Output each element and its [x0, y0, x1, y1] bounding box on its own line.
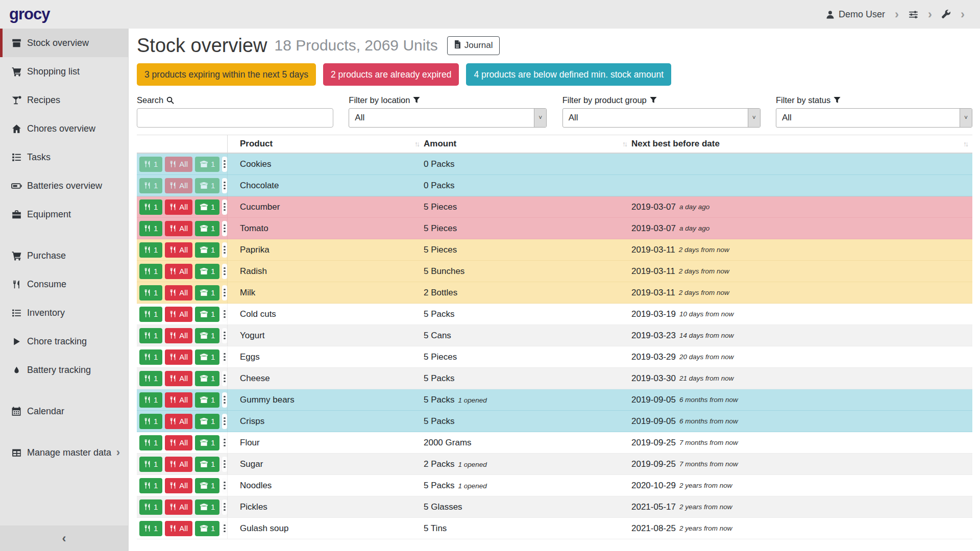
consume-one-button[interactable]: 1 — [139, 457, 162, 472]
open-one-button[interactable]: 1 — [195, 307, 219, 322]
row-menu-button[interactable] — [222, 371, 227, 386]
consume-all-button[interactable]: All — [165, 392, 192, 408]
sort-icon[interactable]: ↑↓ — [622, 140, 626, 148]
open-one-button[interactable]: 1 — [195, 499, 219, 515]
journal-button[interactable]: Journal — [447, 36, 500, 55]
open-one-button[interactable]: 1 — [195, 478, 219, 493]
sidebar-item-tasks[interactable]: Tasks — [0, 143, 128, 171]
consume-all-button[interactable]: All — [165, 221, 192, 236]
sidebar-item-equipment[interactable]: Equipment — [0, 200, 128, 229]
open-one-button[interactable]: 1 — [195, 328, 219, 343]
consume-one-button[interactable]: 1 — [139, 371, 162, 386]
row-menu-button[interactable] — [222, 264, 227, 279]
chevron-right-icon[interactable]: › — [895, 8, 899, 20]
row-menu-button[interactable] — [222, 392, 227, 408]
consume-one-button[interactable]: 1 — [139, 392, 162, 408]
chevron-right-icon[interactable]: › — [928, 8, 932, 20]
consume-all-button[interactable]: All — [165, 521, 192, 536]
row-menu-button[interactable] — [222, 242, 227, 258]
row-menu-button[interactable] — [222, 499, 227, 515]
row-menu-button[interactable] — [222, 178, 227, 193]
open-one-button[interactable]: 1 — [195, 264, 219, 279]
column-header-product[interactable]: Product — [240, 139, 273, 149]
open-one-button[interactable]: 1 — [195, 242, 219, 258]
sidebar-item-manage-master-data[interactable]: Manage master data› — [0, 438, 128, 467]
sidebar-item-inventory[interactable]: Inventory — [0, 298, 128, 327]
sidebar-collapse-button[interactable]: ‹ — [0, 525, 128, 551]
settings-menu[interactable] — [909, 10, 918, 19]
sidebar-item-recipes[interactable]: Recipes — [0, 86, 128, 114]
row-menu-button[interactable] — [222, 307, 227, 322]
open-one-button[interactable]: 1 — [195, 285, 219, 300]
sidebar-item-chore-tracking[interactable]: Chore tracking — [0, 327, 128, 356]
consume-all-button[interactable]: All — [165, 328, 192, 343]
consume-one-button[interactable]: 1 — [139, 264, 162, 279]
sidebar-item-stock-overview[interactable]: Stock overview — [0, 29, 128, 57]
sidebar-item-consume[interactable]: Consume — [0, 270, 128, 298]
open-one-button[interactable]: 1 — [195, 521, 219, 536]
open-one-button[interactable]: 1 — [195, 392, 219, 408]
status-badge[interactable]: 2 products are already expired — [323, 63, 459, 86]
sidebar-item-shopping-list[interactable]: Shopping list — [0, 57, 128, 86]
status-badge[interactable]: 4 products are below defined min. stock … — [466, 63, 671, 86]
open-one-button[interactable]: 1 — [195, 221, 219, 236]
consume-one-button[interactable]: 1 — [139, 285, 162, 300]
row-menu-button[interactable] — [222, 328, 227, 343]
consume-all-button[interactable]: All — [165, 285, 192, 300]
chevron-right-icon[interactable]: › — [961, 8, 965, 20]
open-one-button[interactable]: 1 — [195, 199, 219, 215]
status-badge[interactable]: 3 products expiring within the next 5 da… — [137, 63, 316, 86]
sort-icon[interactable]: ↑↓ — [414, 140, 419, 148]
consume-one-button[interactable]: 1 — [139, 307, 162, 322]
row-menu-button[interactable] — [222, 457, 227, 472]
row-menu-button[interactable] — [222, 414, 227, 429]
sidebar-item-calendar[interactable]: Calendar — [0, 397, 128, 425]
row-menu-button[interactable] — [222, 285, 227, 300]
consume-all-button[interactable]: All — [165, 264, 192, 279]
row-menu-button[interactable] — [222, 349, 227, 365]
sidebar-item-battery-tracking[interactable]: Battery tracking — [0, 356, 128, 384]
row-menu-button[interactable] — [222, 435, 227, 450]
consume-all-button[interactable]: All — [165, 435, 192, 450]
sort-icon[interactable]: ↑↓ — [963, 140, 967, 148]
consume-all-button[interactable]: All — [165, 371, 192, 386]
user-menu[interactable]: Demo User — [826, 9, 885, 20]
status-select[interactable]: All ˅ — [776, 108, 972, 128]
consume-all-button[interactable]: All — [165, 414, 192, 429]
search-input[interactable] — [137, 108, 333, 128]
sidebar-item-chores-overview[interactable]: Chores overview — [0, 114, 128, 143]
consume-one-button[interactable]: 1 — [139, 221, 162, 236]
open-one-button[interactable]: 1 — [195, 435, 219, 450]
consume-all-button[interactable]: All — [165, 457, 192, 472]
consume-all-button[interactable]: All — [165, 307, 192, 322]
open-one-button[interactable]: 1 — [195, 349, 219, 365]
row-menu-button[interactable] — [222, 521, 227, 536]
open-one-button[interactable]: 1 — [195, 371, 219, 386]
column-header-amount[interactable]: Amount — [424, 139, 456, 149]
sidebar-item-purchase[interactable]: Purchase — [0, 241, 128, 270]
consume-one-button[interactable]: 1 — [139, 499, 162, 515]
consume-one-button[interactable]: 1 — [139, 414, 162, 429]
row-menu-button[interactable] — [222, 221, 227, 236]
consume-one-button[interactable]: 1 — [139, 435, 162, 450]
product-group-select[interactable]: All ˅ — [562, 108, 761, 128]
consume-one-button[interactable]: 1 — [139, 521, 162, 536]
location-select[interactable]: All ˅ — [349, 108, 547, 128]
sidebar-item-batteries-overview[interactable]: Batteries overview — [0, 171, 128, 200]
consume-one-button[interactable]: 1 — [139, 349, 162, 365]
consume-all-button[interactable]: All — [165, 242, 192, 258]
consume-all-button[interactable]: All — [165, 499, 192, 515]
admin-menu[interactable] — [942, 10, 951, 19]
consume-all-button[interactable]: All — [165, 199, 192, 215]
row-menu-button[interactable] — [222, 157, 227, 172]
consume-one-button[interactable]: 1 — [139, 199, 162, 215]
row-menu-button[interactable] — [222, 478, 227, 493]
open-one-button[interactable]: 1 — [195, 414, 219, 429]
consume-one-button[interactable]: 1 — [139, 242, 162, 258]
consume-one-button[interactable]: 1 — [139, 328, 162, 343]
column-header-date[interactable]: Next best before date — [631, 139, 720, 149]
row-menu-button[interactable] — [222, 199, 227, 215]
consume-all-button[interactable]: All — [165, 349, 192, 365]
consume-all-button[interactable]: All — [165, 478, 192, 493]
consume-one-button[interactable]: 1 — [139, 478, 162, 493]
